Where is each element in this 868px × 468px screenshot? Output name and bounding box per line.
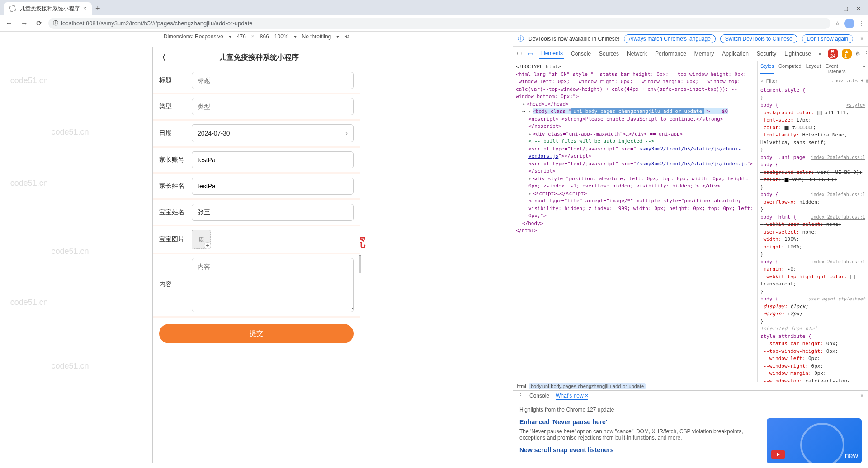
menu-icon[interactable]: ⋮ bbox=[859, 20, 864, 27]
switch-chinese-button[interactable]: Switch DevTools to Chinese bbox=[720, 34, 797, 43]
tab-console[interactable]: Console bbox=[570, 49, 592, 59]
match-language-button[interactable]: Always match Chrome's language bbox=[624, 34, 716, 43]
back-icon[interactable]: 〈 bbox=[157, 51, 166, 64]
maximize-icon[interactable]: ▢ bbox=[843, 5, 848, 12]
play-icon bbox=[771, 450, 785, 459]
devtools-panel: ⓘ DevTools is now available in Chinese! … bbox=[513, 32, 868, 468]
whatsnew-heading-2: New scroll snap event listeners bbox=[519, 446, 760, 454]
width-input[interactable]: 476 bbox=[237, 33, 246, 40]
close-window-icon[interactable]: ✕ bbox=[856, 5, 861, 12]
tab-network[interactable]: Network bbox=[626, 49, 648, 59]
url-text: localhost:8081/ssmy3um2/front/h5/#/pages… bbox=[61, 20, 253, 27]
favicon bbox=[9, 5, 16, 12]
warn-count: ▲ 1 bbox=[842, 49, 852, 59]
styles-tabs: Styles Computed Layout Event Listeners » bbox=[758, 61, 868, 76]
error-count: ✖ 24 bbox=[828, 49, 838, 59]
close-banner-icon[interactable]: × bbox=[860, 36, 863, 42]
chevron-right-icon: › bbox=[345, 129, 348, 137]
info-icon: ⓘ bbox=[518, 35, 524, 43]
minimize-icon[interactable]: — bbox=[830, 5, 835, 12]
styles-filter-input[interactable] bbox=[766, 78, 829, 84]
resize-handle[interactable] bbox=[359, 255, 361, 273]
drawer-tab-console[interactable]: Console bbox=[529, 393, 549, 400]
dom-tree[interactable]: <!DOCTYPE html> <html lang="zh-CN" style… bbox=[513, 61, 757, 382]
tab-application[interactable]: Application bbox=[721, 49, 750, 59]
label-parent-account: 家长账号 bbox=[159, 156, 192, 164]
cls-button[interactable]: .cls bbox=[846, 78, 858, 84]
breadcrumb[interactable]: html body.uni-body.pages-chengzhangjilu-… bbox=[513, 382, 868, 390]
height-input[interactable]: 866 bbox=[260, 33, 269, 40]
whatsnew-para-1: The 'Never pause here' option can now "c… bbox=[519, 428, 760, 441]
new-rule-icon[interactable]: + bbox=[861, 78, 864, 84]
whatsnew-highlights: Highlights from the Chrome 127 update bbox=[519, 407, 862, 413]
url-input[interactable]: ⓘ localhost:8081/ssmy3um2/front/h5/#/pag… bbox=[48, 18, 830, 29]
forward-button[interactable]: → bbox=[19, 19, 30, 28]
drawer-tab-whatsnew[interactable]: What's new × bbox=[556, 393, 588, 400]
site-info-icon[interactable]: ⓘ bbox=[53, 19, 58, 27]
throttle-dropdown[interactable]: No throttling bbox=[302, 33, 331, 40]
input-parent-account[interactable] bbox=[192, 151, 354, 168]
image-upload[interactable]: 🖼 bbox=[192, 230, 211, 249]
filter-icon: ▽ bbox=[760, 78, 764, 84]
label-title: 标题 bbox=[159, 76, 192, 84]
submit-button[interactable]: 提交 bbox=[159, 324, 354, 343]
page-title: 儿童免疫接种系统小程序 bbox=[172, 53, 346, 62]
tab-event-listeners[interactable]: Event Listeners bbox=[826, 63, 858, 74]
styles-rules[interactable]: element.style { } <style>body { backgrou… bbox=[758, 85, 868, 382]
device-toolbar: Dimensions: Responsive ▾ 476 × 866 100% … bbox=[0, 32, 513, 42]
devtools-locale-banner: ⓘ DevTools is now available in Chinese! … bbox=[513, 32, 868, 47]
rotate-icon[interactable]: ⟲ bbox=[344, 33, 349, 40]
tab-layout[interactable]: Layout bbox=[806, 63, 821, 74]
input-date[interactable]: 2024-07-30 › bbox=[192, 124, 354, 142]
profile-avatar[interactable] bbox=[844, 19, 854, 28]
console-drawer: ⋮ Console What's new × × Highlights from… bbox=[513, 390, 868, 468]
banner-text: DevTools is now available in Chinese! bbox=[528, 36, 619, 42]
tab-sources[interactable]: Sources bbox=[598, 49, 620, 59]
inspect-icon[interactable]: ⬚ bbox=[517, 51, 522, 57]
input-content[interactable] bbox=[192, 258, 354, 312]
input-parent-name[interactable] bbox=[192, 178, 354, 195]
label-type: 类型 bbox=[159, 103, 192, 111]
close-drawer-icon[interactable]: × bbox=[860, 393, 863, 400]
input-title[interactable] bbox=[192, 72, 354, 89]
phone-preview: 〈 儿童免疫接种系统小程序 标题 类型 日期 2024-07-30 bbox=[152, 47, 360, 463]
flex-icon[interactable]: ▦ bbox=[866, 78, 868, 84]
tab-performance[interactable]: Performance bbox=[654, 49, 687, 59]
label-baby-name: 宝宝姓名 bbox=[159, 208, 192, 216]
new-tab-button[interactable]: + bbox=[95, 4, 100, 14]
label-baby-photo: 宝宝图片 bbox=[159, 235, 192, 243]
browser-tab[interactable]: 儿童免疫接种系统小程序 × bbox=[4, 2, 92, 15]
zoom-dropdown[interactable]: 100% bbox=[274, 33, 288, 40]
window-controls: — ▢ ✕ bbox=[830, 5, 864, 12]
tab-elements[interactable]: Elements bbox=[539, 48, 564, 59]
label-date: 日期 bbox=[159, 129, 192, 137]
tab-computed[interactable]: Computed bbox=[778, 63, 802, 74]
chrome-tab-strip: 儿童免疫接种系统小程序 × + — ▢ ✕ ← → ⟳ ⓘ localhost:… bbox=[0, 0, 868, 32]
devtools-tabs: ⬚ ▭ Elements Console Sources Network Per… bbox=[513, 47, 868, 61]
more-icon[interactable]: ⋮ bbox=[864, 51, 868, 57]
dont-show-button[interactable]: Don't show again bbox=[802, 34, 854, 43]
input-baby-name[interactable] bbox=[192, 204, 354, 221]
tab-lighthouse[interactable]: Lighthouse bbox=[783, 49, 812, 59]
tab-security[interactable]: Security bbox=[756, 49, 777, 59]
bookmark-icon[interactable]: ☆ bbox=[835, 20, 840, 27]
tab-title: 儿童免疫接种系统小程序 bbox=[20, 5, 80, 13]
tab-styles[interactable]: Styles bbox=[760, 63, 774, 74]
label-parent-name: 家长姓名 bbox=[159, 182, 192, 190]
back-button[interactable]: ← bbox=[4, 19, 14, 28]
whatsnew-heading-1: Enhanced 'Never pause here' bbox=[519, 418, 760, 426]
drawer-menu-icon[interactable]: ⋮ bbox=[518, 393, 523, 400]
settings-icon[interactable]: ⚙ bbox=[855, 51, 860, 57]
tab-memory[interactable]: Memory bbox=[693, 49, 715, 59]
device-toggle-icon[interactable]: ▭ bbox=[528, 51, 533, 57]
label-content: 内容 bbox=[159, 258, 192, 289]
whatsnew-video-card[interactable]: new bbox=[767, 418, 862, 463]
input-type[interactable] bbox=[192, 98, 354, 115]
dimensions-dropdown[interactable]: Dimensions: Responsive bbox=[164, 33, 223, 40]
hov-button[interactable]: :hov bbox=[831, 78, 844, 84]
close-tab-icon[interactable]: × bbox=[83, 5, 86, 12]
reload-button[interactable]: ⟳ bbox=[34, 19, 44, 28]
address-bar: ← → ⟳ ⓘ localhost:8081/ssmy3um2/front/h5… bbox=[0, 15, 868, 32]
